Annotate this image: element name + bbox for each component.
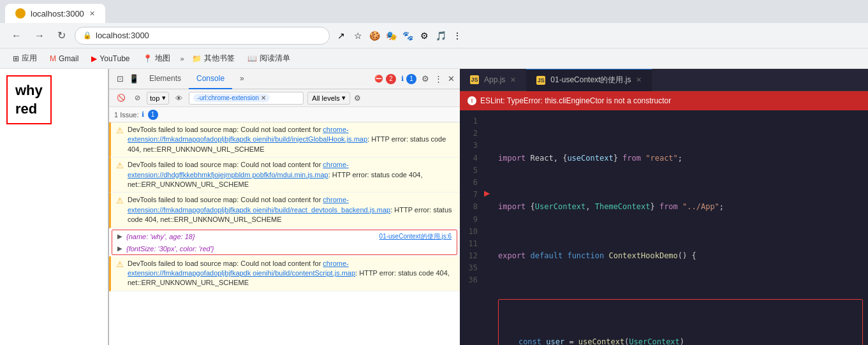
extension-icon2[interactable]: 🎭 bbox=[385, 29, 397, 42]
console-gear-icon[interactable]: ⚙ bbox=[354, 94, 361, 103]
bookmark-reading-label: 阅读清单 bbox=[260, 53, 290, 64]
url-bar[interactable]: 🔒 localhost:3000 bbox=[75, 27, 330, 45]
editor-tab-main-close[interactable]: ✕ bbox=[636, 76, 642, 84]
line-num-11: 11 bbox=[460, 238, 483, 250]
menu-icon[interactable]: ⋮ bbox=[451, 29, 464, 42]
tab-more[interactable]: » bbox=[232, 69, 252, 89]
forward-button[interactable]: → bbox=[31, 27, 48, 44]
console-message-1: ⚠ DevTools failed to load source map: Co… bbox=[109, 122, 460, 158]
top-dropdown-icon: ▾ bbox=[162, 94, 166, 102]
warning-icon-4: ⚠ bbox=[116, 260, 124, 269]
bookmark-reading[interactable]: 📖 阅读清单 bbox=[242, 52, 295, 65]
bookmark-gmail-label: Gmail bbox=[59, 54, 78, 63]
js-icon-app: JS bbox=[470, 75, 479, 84]
output-expand-2[interactable]: ▶ bbox=[117, 245, 122, 252]
console-message-2: ⚠ DevTools failed to load source map: Co… bbox=[109, 158, 460, 193]
tab-close-icon[interactable]: ✕ bbox=[89, 10, 95, 18]
why-red-box: whyred bbox=[6, 75, 52, 124]
line-num-36: 36 bbox=[460, 274, 483, 286]
bookmark-youtube-label: YouTube bbox=[99, 54, 129, 63]
line-num-8: 8 bbox=[460, 201, 483, 213]
line-num-6: 6 bbox=[460, 177, 483, 189]
line-num-12: 12 bbox=[460, 250, 483, 262]
code-line-2: import {UserContext, ThemeContext} from … bbox=[498, 201, 863, 213]
reload-button[interactable]: ↻ bbox=[54, 27, 70, 44]
tab-favicon bbox=[15, 8, 26, 18]
line-num-4: 4 bbox=[460, 152, 483, 165]
devtools-close-btn[interactable]: ✕ bbox=[448, 74, 455, 84]
bookmark-icon[interactable]: ☆ bbox=[351, 29, 364, 42]
msg-link-1[interactable]: chrome-extension://fmkadmapgofadopljbjfk… bbox=[128, 126, 367, 143]
webpage-area: whyred bbox=[0, 69, 108, 345]
devtools-menu-btn[interactable]: ⋮ bbox=[434, 74, 443, 84]
console-clear-btn[interactable]: 🚫 bbox=[114, 92, 128, 103]
message-text-3: DevTools failed to load source map: Coul… bbox=[128, 195, 455, 224]
issue-bar-text: 1 Issue: bbox=[114, 111, 139, 119]
top-filter[interactable]: top ▾ bbox=[147, 92, 169, 105]
reading-icon: 📖 bbox=[247, 54, 257, 63]
lock-icon: 🔒 bbox=[83, 31, 92, 40]
output-item-1: ▶ {name: 'why', age: 18} 01-useContext的使… bbox=[112, 230, 457, 243]
line-numbers: 1 2 3 4 5 6 7 8 9 10 11 12 35 36 bbox=[460, 110, 483, 345]
editor-tab-app[interactable]: JS App.js ✕ bbox=[460, 69, 526, 91]
youtube-icon: ▶ bbox=[91, 54, 97, 63]
filter-tag-remove[interactable]: ✕ bbox=[261, 94, 266, 101]
editor-tabs: JS App.js ✕ JS 01-useContext的使用.js ✕ bbox=[460, 69, 868, 91]
tab-more-label: » bbox=[240, 74, 244, 83]
bookmark-maps[interactable]: 📍 地图 bbox=[138, 52, 175, 65]
url-text: localhost:3000 bbox=[96, 31, 149, 40]
editor-tab-main-label: 01-useContext的使用.js bbox=[550, 75, 631, 85]
filter-tag-text: -url:chrome-extension bbox=[197, 94, 259, 101]
console-eye-btn[interactable]: 👁 bbox=[173, 93, 185, 103]
devtools-tabs: ⊡ 📱 Elements Console » ⛔ 2 bbox=[109, 69, 460, 89]
bookmarks-more-icon[interactable]: » bbox=[180, 55, 184, 62]
extension-icon1[interactable]: 🍪 bbox=[368, 29, 381, 42]
gutter: ▶ bbox=[483, 110, 496, 345]
folder-icon: 📁 bbox=[192, 54, 202, 63]
tab-elements-label: Elements bbox=[149, 74, 181, 83]
bookmark-youtube[interactable]: ▶ YouTube bbox=[86, 53, 135, 64]
warning-icon-3: ⚠ bbox=[116, 196, 124, 205]
tab-elements[interactable]: Elements bbox=[142, 69, 189, 89]
console-block-btn[interactable]: ⊘ bbox=[132, 92, 143, 103]
bookmark-other[interactable]: 📁 其他书签 bbox=[187, 52, 240, 65]
code-line-4: const user = useContext(UserContext) bbox=[500, 336, 861, 345]
warning-icon-1: ⚠ bbox=[116, 126, 124, 135]
browser-tab[interactable]: localhost:3000 ✕ bbox=[5, 4, 105, 23]
extension-icon3[interactable]: 🐾 bbox=[401, 29, 414, 42]
editor-tab-app-close[interactable]: ✕ bbox=[510, 76, 516, 84]
msg-link-4[interactable]: chrome-extension://fmkadmapgofadopljbjfk… bbox=[128, 260, 355, 277]
tab-console[interactable]: Console bbox=[189, 69, 232, 89]
extension-icon5[interactable]: 🎵 bbox=[434, 29, 447, 42]
gmail-icon: M bbox=[50, 54, 56, 63]
filter-input[interactable]: -url:chrome-extension ✕ bbox=[189, 92, 304, 105]
message-text-4: DevTools failed to load source map: Coul… bbox=[128, 259, 455, 288]
levels-arrow-icon: ▾ bbox=[342, 94, 346, 102]
bookmark-gmail[interactable]: M Gmail bbox=[45, 53, 84, 64]
error-banner-text: ESLint: TypeError: this.cliEngineCtor is… bbox=[480, 96, 671, 105]
output-expand-1[interactable]: ▶ bbox=[117, 233, 122, 240]
devtools-device-btn[interactable]: 📱 bbox=[126, 73, 142, 85]
devtools-inspect-btn[interactable]: ⊡ bbox=[114, 73, 126, 85]
levels-label: All levels bbox=[312, 94, 339, 102]
devtools-settings-btn[interactable]: ⚙ bbox=[422, 74, 429, 84]
code-editor[interactable]: 1 2 3 4 5 6 7 8 9 10 11 12 35 36 bbox=[460, 110, 868, 345]
info-icon: ℹ bbox=[401, 75, 404, 83]
msg-link-3[interactable]: chrome-extension://fmkadmapgofadopljbjfk… bbox=[128, 196, 390, 213]
devtools-info-badge: ℹ 1 bbox=[401, 74, 416, 84]
output-source-1[interactable]: 01-useContext的使用.js:6 bbox=[379, 232, 452, 241]
msg-link-2[interactable]: chrome-extension://dhdgffkkebhmkfjojejmp… bbox=[128, 161, 349, 178]
maps-icon: 📍 bbox=[143, 54, 152, 63]
share-icon[interactable]: ↗ bbox=[335, 29, 348, 42]
back-button[interactable]: ← bbox=[8, 27, 26, 44]
output-item-2: ▶ {fontSize: '30px', color: 'red'} bbox=[112, 243, 457, 254]
levels-dropdown[interactable]: All levels ▾ bbox=[307, 92, 349, 105]
left-panel: whyred ⊡ 📱 Elements Console » bbox=[0, 69, 460, 345]
code-content[interactable]: import React, {useContext} from "react";… bbox=[496, 110, 868, 345]
js-icon-main: JS bbox=[536, 76, 545, 85]
editor-tab-main[interactable]: JS 01-useContext的使用.js ✕ bbox=[526, 69, 652, 91]
extension-icon4[interactable]: ⚙ bbox=[418, 29, 430, 42]
bookmark-apps[interactable]: ⊞ 应用 bbox=[8, 52, 42, 65]
line-num-1: 1 bbox=[460, 115, 483, 128]
warning-icon-2: ⚠ bbox=[116, 161, 124, 170]
